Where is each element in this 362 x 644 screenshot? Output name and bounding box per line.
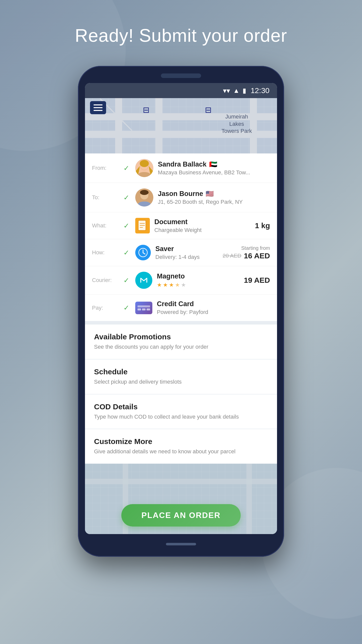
from-label: From: (92, 165, 117, 171)
card-stripe (138, 305, 150, 307)
how-sub: Delivery: 1-4 days (155, 254, 218, 260)
customize-title: Customize More (94, 437, 268, 446)
map-road (115, 98, 122, 153)
cod-title: COD Details (94, 403, 268, 411)
schedule-desc: Select pickup and delivery timeslots (94, 378, 268, 386)
map-road (155, 98, 162, 153)
svg-line-12 (143, 253, 145, 254)
map-area: Jumeirah Lakes Towers Park ⊟ ⊟ (85, 98, 277, 153)
clock-icon (135, 245, 151, 260)
document-icon (135, 218, 150, 233)
pay-name: Credit Card (157, 300, 270, 308)
svg-point-2 (140, 160, 149, 167)
map-pin-icon: ⊟ (143, 105, 150, 115)
to-address: J1, 65-20 Booth st, Rego Park, NY (158, 199, 270, 205)
phone-speaker (161, 73, 201, 78)
to-flag: 🇺🇸 (206, 190, 214, 198)
how-price-starting: Starting from (222, 245, 270, 251)
what-check-icon: ✓ (122, 222, 131, 230)
map-pin-icon: ⊟ (205, 105, 212, 115)
status-bar: ▾▾ ▲ ▮ 12:30 (85, 83, 277, 98)
to-row: To: ✓ Jason Bourne (85, 183, 277, 212)
home-indicator (166, 543, 196, 545)
cod-desc: Type how much COD to collect and leave y… (94, 413, 268, 421)
promotions-section[interactable]: Available Promotions See the discounts y… (85, 325, 277, 359)
pay-row: Pay: ✓ Credit Card Powered by: Payford (85, 295, 277, 321)
courier-name: Magneto (157, 272, 239, 280)
from-info: Sandra Ballack 🇦🇪 Mazaya Business Avenue… (158, 160, 270, 176)
how-name: Saver (155, 245, 218, 253)
from-avatar (135, 159, 153, 177)
signal-icon: ▲ (233, 87, 240, 95)
battery-icon: ▮ (243, 87, 246, 95)
from-flag: 🇦🇪 (209, 160, 217, 168)
courier-stars: ★ ★ ★ ★ ★ (157, 282, 239, 288)
what-sub: Chargeable Weight (154, 227, 250, 233)
how-price: Starting from 20 AED 16 AED (222, 245, 270, 260)
magneto-icon (135, 272, 152, 289)
cod-section[interactable]: COD Details Type how much COD to collect… (85, 394, 277, 429)
what-info: Document Chargeable Weight (154, 218, 250, 233)
phone-bottom (166, 539, 196, 549)
phone-shell: ▾▾ ▲ ▮ 12:30 Jumeirah Lakes Towers Park (78, 66, 284, 557)
schedule-title: Schedule (94, 368, 268, 376)
to-name: Jason Bourne 🇺🇸 (158, 190, 270, 198)
pay-info: Credit Card Powered by: Payford (157, 300, 270, 315)
order-summary-card: From: ✓ Sandra Bal (85, 153, 277, 321)
star-icon: ★ (157, 282, 162, 288)
card-chip (138, 308, 141, 310)
map-label: Jumeirah Lakes Towers Park (221, 113, 252, 135)
courier-label: Courier: (92, 277, 117, 284)
how-price-old: 20 AED (222, 253, 241, 259)
card-chip (147, 308, 150, 310)
star-icon: ★ (163, 282, 168, 288)
card-chip (142, 308, 146, 310)
how-check-icon: ✓ (122, 249, 131, 257)
star-icon: ★ (175, 282, 180, 288)
map-road (246, 464, 252, 534)
courier-info: Magneto ★ ★ ★ ★ ★ (157, 272, 239, 288)
what-name: Document (154, 218, 250, 226)
what-label: What: (92, 222, 117, 229)
to-check-icon: ✓ (122, 193, 131, 202)
pay-label: Pay: (92, 305, 117, 311)
hamburger-line (94, 110, 103, 111)
from-check-icon: ✓ (122, 164, 131, 172)
hamburger-line (94, 104, 103, 105)
hamburger-menu-button[interactable] (90, 101, 106, 114)
customize-section[interactable]: Customize More Give additional details w… (85, 429, 277, 464)
pay-check-icon: ✓ (122, 304, 131, 312)
status-time: 12:30 (251, 86, 269, 95)
courier-row: Courier: ✓ Magneto ★ ★ ★ ★ (85, 266, 277, 295)
star-icon: ★ (169, 282, 174, 288)
what-weight: 1 kg (255, 221, 270, 230)
courier-check-icon: ✓ (122, 276, 131, 285)
from-address: Mazaya Business Avenue, BB2 Tow... (158, 169, 270, 176)
courier-price: 19 AED (244, 276, 270, 285)
from-row: From: ✓ Sandra Bal (85, 153, 277, 183)
hamburger-line (94, 107, 103, 108)
to-info: Jason Bourne 🇺🇸 J1, 65-20 Booth st, Rego… (158, 190, 270, 205)
phone-screen: ▾▾ ▲ ▮ 12:30 Jumeirah Lakes Towers Park (85, 83, 277, 534)
wifi-icon: ▾▾ (223, 87, 230, 95)
star-icon: ★ (181, 282, 186, 288)
promotions-title: Available Promotions (94, 333, 268, 341)
place-order-button[interactable]: PLACE AN ORDER (121, 504, 241, 527)
credit-card-icon (135, 302, 152, 314)
pay-sub: Powered by: Payford (157, 309, 270, 315)
how-price-new: 16 AED (244, 252, 270, 260)
to-label: To: (92, 194, 117, 201)
how-row: How: ✓ Saver Delivery: 1-4 days Starting… (85, 239, 277, 266)
map-bottom-area: PLACE AN ORDER (85, 464, 277, 534)
what-row: What: ✓ Document Chargeable Weight 1 kg (85, 212, 277, 239)
how-info: Saver Delivery: 1-4 days (155, 245, 218, 260)
customize-desc: Give additional details we need to know … (94, 448, 268, 456)
promotions-desc: See the discounts you can apply for your… (94, 343, 268, 351)
to-avatar (135, 188, 153, 207)
from-name: Sandra Ballack 🇦🇪 (158, 160, 270, 168)
how-label: How: (92, 249, 117, 256)
schedule-section[interactable]: Schedule Select pickup and delivery time… (85, 359, 277, 394)
